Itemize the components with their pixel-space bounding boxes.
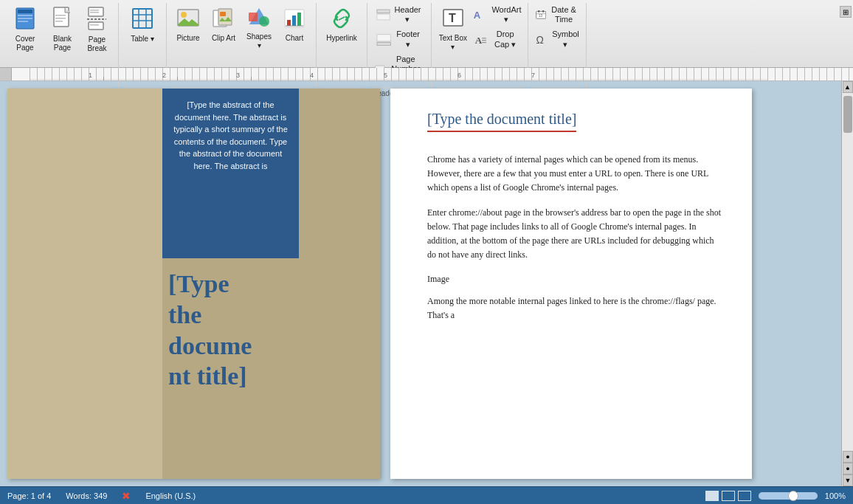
scroll-up-button[interactable]: ▲ (843, 81, 853, 93)
svg-point-21 (181, 12, 187, 18)
scroll-separator-button[interactable]: ● (843, 463, 853, 474)
svg-text:2: 2 (162, 72, 166, 79)
picture-button[interactable]: Picture (171, 3, 205, 47)
symbol-label: Symbol ▾ (551, 30, 581, 49)
svg-rect-38 (377, 34, 390, 41)
drop-cap-button[interactable]: A Drop Cap ▾ (472, 27, 523, 51)
ribbon-group-symbols: 13 Date & Time Ω Symbol ▾ Symbols (528, 3, 587, 99)
svg-rect-7 (55, 18, 66, 19)
svg-rect-6 (55, 15, 66, 16)
word-count: Words: 349 (66, 491, 107, 500)
hyperlink-icon (330, 8, 353, 32)
svg-text:A: A (475, 35, 483, 46)
ribbon-expand-button[interactable]: ⊞ (840, 6, 852, 18)
left-page: [Type the abstract of the document here.… (7, 89, 380, 479)
svg-rect-24 (218, 9, 232, 25)
wordart-dropcap-col: A WordArt ▾ A Drop Cap ▾ (472, 3, 523, 52)
ribbon-group-links: Hyperlink Links (317, 3, 367, 99)
hyperlink-button[interactable]: Hyperlink (321, 3, 362, 47)
svg-rect-66 (251, 77, 252, 81)
right-page: [Type the document title] Chrome has a v… (390, 89, 752, 479)
ribbon-group-illustrations: Picture Clip Art Shapes ▾ (167, 3, 317, 99)
ribbon-group-text: T Text Box ▾ A WordArt ▾ A Drop C (432, 3, 528, 99)
svg-rect-37 (377, 14, 390, 20)
clip-art-label: Clip Art (212, 34, 235, 43)
svg-rect-30 (287, 20, 291, 26)
svg-point-28 (259, 16, 269, 27)
svg-rect-27 (249, 13, 258, 21)
symbol-button[interactable]: Ω Symbol ▾ (533, 27, 581, 51)
clip-art-button[interactable]: Clip Art (207, 3, 241, 47)
shapes-icon (248, 7, 270, 31)
svg-rect-22 (178, 24, 198, 26)
svg-rect-4 (18, 21, 28, 22)
footer-label: Footer ▾ (394, 30, 422, 49)
svg-text:5: 5 (384, 72, 387, 79)
shapes-button[interactable]: Shapes ▾ (242, 3, 276, 54)
blank-page-icon (52, 7, 73, 33)
doc-title-text: [Type the document title] (427, 111, 576, 127)
svg-text:6: 6 (457, 72, 461, 79)
ribbon-groups: Cover Page Blank Page Page Break Pages (0, 0, 853, 99)
svg-rect-65 (177, 77, 178, 81)
view-print-button[interactable] (705, 491, 719, 501)
hyperlink-label: Hyperlink (326, 34, 357, 43)
clip-art-icon (213, 8, 235, 32)
footer-button[interactable]: Footer ▾ (373, 27, 425, 51)
svg-text:13: 13 (539, 14, 543, 18)
picture-label: Picture (176, 34, 199, 43)
scroll-down-button[interactable]: ▼ (843, 474, 853, 486)
view-outline-button[interactable] (738, 491, 751, 501)
svg-text:1: 1 (89, 72, 92, 79)
ribbon-group-header-footer: Header ▾ Footer ▾ # Page Number ▾ (367, 3, 432, 99)
svg-text:T: T (449, 12, 456, 24)
abstract-box: [Type the abstract of the document here.… (162, 89, 299, 258)
ribbon-group-pages: Cover Page Blank Page Page Break Pages (1, 3, 119, 99)
table-icon (131, 7, 153, 33)
cover-page-label: Cover Page (8, 35, 42, 52)
shapes-label: Shapes ▾ (244, 32, 274, 50)
table-button[interactable]: Table ▾ (123, 3, 162, 47)
left-title-text[interactable]: [Typethedocument title] (162, 262, 295, 397)
chart-label: Chart (286, 34, 303, 43)
header-button[interactable]: Header ▾ (373, 3, 425, 27)
vertical-scrollbar[interactable]: ▲ ● ● ▼ (841, 81, 853, 486)
svg-text:A: A (474, 10, 481, 21)
doc-body: Chrome has a variety of internal pages w… (427, 153, 722, 322)
ruler-corner (0, 68, 12, 80)
wordart-button[interactable]: A WordArt ▾ (472, 3, 523, 27)
scroll-middle-button[interactable]: ● (843, 451, 853, 463)
scroll-thumb[interactable] (843, 96, 852, 133)
right-page-inner: [Type the document title] Chrome has a v… (390, 89, 752, 479)
language-flag: ✖ (122, 490, 131, 502)
text-box-button[interactable]: T Text Box ▾ (436, 3, 470, 55)
blank-page-label: Blank Page (48, 35, 77, 52)
doc-title[interactable]: [Type the document title] (427, 111, 576, 132)
picture-icon (177, 8, 199, 32)
svg-rect-13 (89, 22, 103, 30)
cover-page-button[interactable]: Cover Page (6, 3, 44, 56)
paragraph-1: Chrome has a variety of internal pages w… (427, 153, 722, 196)
zoom-slider[interactable] (759, 492, 818, 500)
view-web-button[interactable] (722, 491, 735, 501)
date-time-label: Date & Time (549, 5, 579, 24)
svg-rect-35 (377, 10, 390, 13)
svg-text:Ω: Ω (536, 34, 543, 46)
chart-button[interactable]: Chart (277, 3, 311, 47)
paragraph-2: Enter chrome://about page in the browser… (427, 206, 722, 263)
svg-rect-15 (133, 9, 152, 28)
ribbon-group-tables: Table ▾ Tables (119, 3, 167, 99)
table-label: Table ▾ (131, 35, 154, 44)
status-bar: Page: 1 of 4 Words: 349 ✖ English (U.S.)… (0, 486, 853, 504)
page-break-button[interactable]: Page Break (80, 3, 114, 57)
page-info: Page: 1 of 4 (7, 491, 51, 500)
ribbon: Cover Page Blank Page Page Break Pages (0, 0, 853, 68)
drop-cap-label: Drop Cap ▾ (490, 30, 520, 49)
header-label: Header ▾ (393, 5, 422, 24)
date-time-button[interactable]: 13 Date & Time (533, 3, 581, 27)
svg-text:4: 4 (310, 72, 314, 79)
page-break-icon (87, 7, 108, 34)
symbols-col: 13 Date & Time Ω Symbol ▾ (533, 3, 581, 52)
main-area: [Type the abstract of the document here.… (0, 81, 853, 486)
blank-page-button[interactable]: Blank Page (46, 3, 79, 56)
